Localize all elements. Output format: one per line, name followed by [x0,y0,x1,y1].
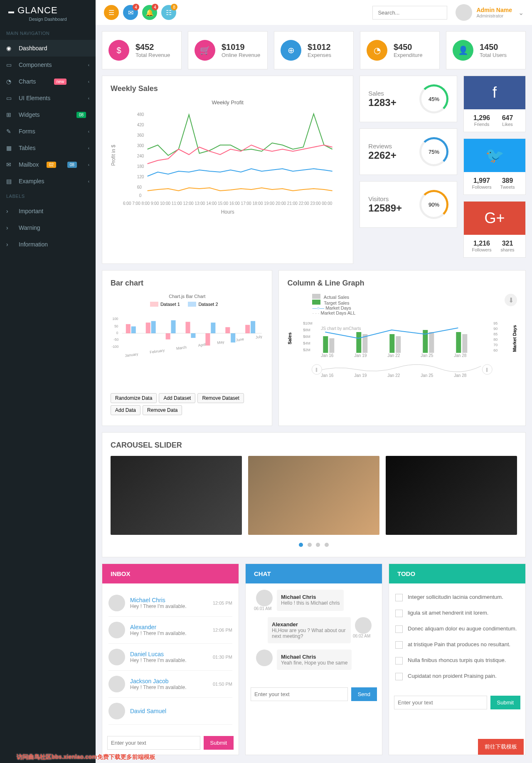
bell-button[interactable]: 🔔4 [142,5,157,20]
stat-card: ◔$450Expenditure [360,31,440,69]
chat-send-button[interactable]: Send [351,687,377,701]
mail-button[interactable]: ✉4 [123,5,138,20]
stat-icon: $ [108,40,129,61]
svg-rect-21 [186,322,190,333]
add-dataset-button[interactable]: Add Dataset [159,393,195,403]
chat-input[interactable] [251,687,348,701]
svg-rect-45 [456,332,461,353]
task-button[interactable]: ☷8 [161,5,176,20]
logo[interactable]: ▬ GLANCE Design Dashboard [0,0,96,27]
user-role: Administrator [476,13,512,18]
avatar [108,622,125,638]
svg-text:50: 50 [114,325,118,328]
sidebar-item-mailbox[interactable]: ✉Mailbox0208‹ [0,156,96,173]
chat-message: 06:02 AMAlexanderHi,How are you ? What a… [252,617,376,643]
social-card[interactable]: G+1,216Followers321shares [463,201,526,258]
chat-title: CHAT [246,564,382,583]
svg-rect-25 [225,327,230,333]
carousel-image[interactable] [248,456,379,535]
remove-data-button[interactable]: Remove Data [143,405,182,415]
sidebar-item-examples[interactable]: ▤Examples‹ [0,173,96,190]
svg-text:300: 300 [137,143,144,148]
label-item-important[interactable]: ›Important [0,203,96,219]
inbox-submit-button[interactable]: Submit [204,736,234,750]
todo-item: Nulla finibus rhoncus turpis quis tristi… [395,653,519,669]
todo-submit-button[interactable]: Submit [490,696,520,709]
todo-checkbox[interactable] [395,657,403,665]
svg-text:Jan 28: Jan 28 [454,373,467,378]
avatar [256,590,273,606]
svg-rect-28 [251,321,255,333]
inbox-item[interactable]: Daniel LucasHey ! There I'm available.01… [108,644,232,671]
social-icon: f [464,76,525,109]
sidebar-item-ui-elements[interactable]: ▭UI Elements‹ [0,90,96,106]
todo-widget: TODO Integer sollicitudin lacinia condim… [389,564,526,755]
svg-text:$2M: $2M [303,348,311,352]
stat-card: 👤1450Total Users [446,31,526,69]
label-item-warning[interactable]: ›Warning [0,219,96,236]
todo-input[interactable] [394,696,487,709]
download-template-button[interactable]: 前往下载模板 [478,739,524,755]
svg-rect-19 [166,333,170,340]
bar-chart-panel: Bar chart Chart.js Bar Chart Dataset 1 D… [102,270,272,426]
weekly-chart: 480420360 300240180 120600 [116,110,345,201]
carousel-dot[interactable] [299,543,303,547]
carousel-dot[interactable] [308,543,312,547]
sidebar-item-components[interactable]: ▭Components‹ [0,57,96,73]
inbox-input[interactable] [107,736,200,750]
column-line-panel: Column & Line Graph ⬇ Actual Sales Targe… [278,270,526,426]
svg-text:Jan 22: Jan 22 [388,353,400,357]
sidebar-item-charts[interactable]: ◔Chartsnew‹ [0,73,96,90]
svg-text:180: 180 [137,164,144,169]
search-box [372,6,447,20]
sidebar-item-dashboard[interactable]: ◉Dashboard [0,40,96,57]
svg-text:420: 420 [137,123,144,127]
user-menu[interactable]: Admin Name Administrator ⌄ [456,4,524,21]
scrollbar-chart[interactable]: ‖ ‖ Jan 16Jan 19Jan 22Jan 25Jan 28 [287,361,517,378]
chat-widget: CHAT 06:01 AMMichael ChrisHello ! this i… [245,564,382,755]
stat-icon: ⊕ [281,40,301,61]
carousel-image[interactable] [386,456,517,535]
inbox-item[interactable]: Jackson JacobHey ! There I'm available.0… [108,671,232,698]
stat-icon: 🛒 [195,40,215,61]
social-card[interactable]: f1,296Friends647Likes [463,76,526,132]
remove-dataset-button[interactable]: Remove Dataset [197,393,244,403]
chevron-left-icon: ‹ [88,79,89,84]
sidebar-item-tables[interactable]: ▦Tables‹ [0,140,96,156]
svg-text:‖: ‖ [316,367,318,372]
social-card[interactable]: 🐦1,997Followers389Tweets [463,138,526,195]
avatar [108,703,125,719]
chevron-left-icon: ‹ [88,146,89,150]
download-icon[interactable]: ⬇ [505,294,517,306]
nav-icon: ▦ [6,145,15,151]
svg-text:$4M: $4M [303,341,311,345]
menu-toggle-button[interactable]: ☰ [104,5,119,20]
chevron-left-icon: ‹ [88,179,89,184]
todo-checkbox[interactable] [395,625,403,633]
carousel-dot[interactable] [316,543,320,547]
stat-card: 🛒$1019Online Revenue [188,31,268,69]
add-data-button[interactable]: Add Data [111,405,140,415]
todo-checkbox[interactable] [395,610,403,617]
randomize-data-button[interactable]: Randomize Data [111,393,157,403]
todo-checkbox[interactable] [395,673,403,680]
social-icon: G+ [464,202,525,235]
svg-rect-16 [131,326,136,333]
carousel-dot[interactable] [325,543,329,547]
weekly-xlabel: Hours [111,209,345,215]
nav-icon: ⊞ [6,111,15,118]
todo-checkbox[interactable] [395,641,403,649]
chevron-left-icon: ‹ [88,129,89,134]
svg-text:-100: -100 [112,345,119,349]
carousel-image[interactable] [111,456,242,535]
sidebar-item-forms[interactable]: ✎Forms‹ [0,123,96,140]
label-item-information[interactable]: ›Information [0,236,96,253]
sidebar-item-widgets[interactable]: ⊞Widgets08 [0,106,96,123]
inbox-item[interactable]: AlexanderHey ! There I'm available.12:06… [108,617,232,644]
chevron-left-icon: ‹ [88,63,89,67]
inbox-item[interactable]: Michael ChrisHey ! There I'm available.1… [108,590,232,617]
inbox-item[interactable]: David Samuel [108,698,232,725]
inbox-title: INBOX [102,564,239,583]
search-input[interactable] [372,6,447,20]
todo-checkbox[interactable] [395,594,403,601]
